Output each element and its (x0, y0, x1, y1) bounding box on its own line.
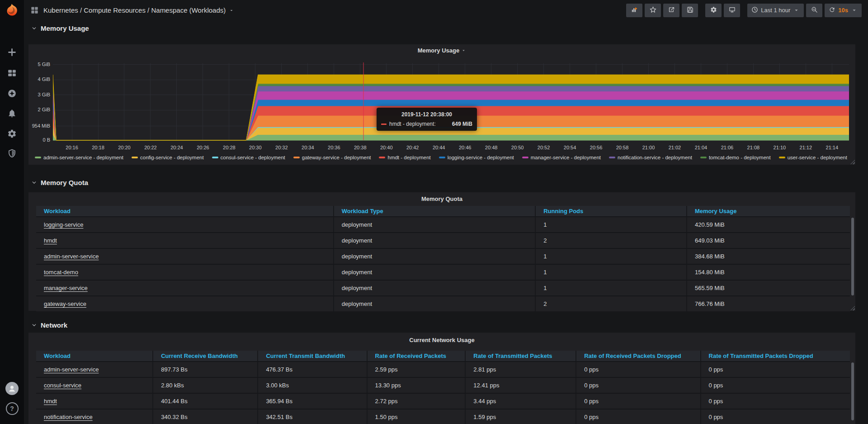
column-header[interactable]: Running Pods (536, 206, 687, 216)
x-axis-tick-label: 20:38 (350, 145, 371, 150)
sidebar-item-explore[interactable] (0, 86, 24, 102)
table-cell: 0 pps (701, 410, 850, 424)
sidebar: ? (0, 0, 24, 424)
table-cell: 2 (536, 296, 687, 311)
legend-item[interactable]: user-service - deployment (779, 155, 847, 160)
section-header-network[interactable]: Network (31, 321, 67, 329)
table-cell: 1 (536, 217, 687, 232)
legend-series-marker-icon (35, 157, 41, 158)
table-cell: 420.59 MiB (687, 217, 850, 232)
star-button[interactable] (645, 4, 661, 17)
sidebar-item-create[interactable] (0, 45, 24, 61)
legend-series-label: manager-service - deployment (531, 155, 601, 160)
x-axis-tick-label: 20:36 (324, 145, 344, 150)
column-header[interactable]: Workload Type (334, 206, 536, 216)
table-header-row: WorkloadWorkload TypeRunning PodsMemory … (36, 206, 850, 216)
table-cell: notification-service (36, 410, 153, 424)
workload-link[interactable]: notification-service (44, 414, 93, 420)
section-title: Memory Usage (41, 24, 89, 32)
table-scrollbar[interactable] (851, 362, 854, 420)
x-axis-tick-label: 20:30 (245, 145, 266, 150)
user-avatar-icon (5, 382, 19, 395)
workload-link[interactable]: hmdt (44, 237, 57, 244)
sidebar-item-profile[interactable] (0, 380, 24, 396)
time-range-picker[interactable]: Last 1 hour (747, 4, 804, 17)
legend-item[interactable]: hmdt - deployment (379, 155, 430, 160)
legend-item[interactable]: admin-server-service - deployment (35, 155, 123, 160)
x-axis-tick-label: 20:18 (88, 145, 108, 150)
column-header[interactable]: Rate of Transmitted Packets Dropped (701, 351, 850, 361)
table-cell: hmdt (36, 233, 334, 248)
navbar: Kubernetes / Compute Resources / Namespa… (24, 0, 868, 20)
table-cell: 897.73 Bs (153, 362, 258, 377)
y-axis-tick-label: 5 GiB (28, 62, 50, 67)
table-cell: 384.68 MiB (687, 249, 850, 264)
panel-title-memory-usage[interactable]: Memory Usage (28, 47, 855, 54)
legend-item[interactable]: manager-service - deployment (522, 155, 601, 160)
share-button[interactable] (663, 4, 679, 17)
workload-link[interactable]: manager-service (44, 285, 88, 291)
legend-item[interactable]: logging-service - deployment (439, 155, 514, 160)
table-cell: tomcat-demo (36, 265, 334, 280)
workload-link[interactable]: admin-server-service (44, 253, 99, 260)
sidebar-item-configuration[interactable] (0, 126, 24, 143)
table-row: hmdt401.44 Bs365.94 Bs2.72 pps3.44 pps0 … (36, 393, 850, 409)
settings-button[interactable] (705, 4, 722, 17)
network-usage-table: WorkloadCurrent Receive BandwidthCurrent… (36, 351, 850, 424)
add-panel-icon (631, 6, 638, 14)
workload-link[interactable]: admin-server-service (44, 366, 99, 373)
zoom-out-button[interactable] (806, 4, 822, 17)
legend-series-marker-icon (379, 157, 385, 158)
table-row: admin-server-service897.73 Bs476.37 Bs2.… (36, 361, 850, 377)
workload-link[interactable]: gateway-service (44, 300, 86, 307)
cycle-view-button[interactable] (724, 4, 740, 17)
x-axis-tick-label: 20:22 (140, 145, 161, 150)
column-header[interactable]: Workload (36, 351, 153, 361)
add-panel-button[interactable] (626, 4, 642, 17)
legend-series-marker-icon (132, 157, 138, 158)
sidebar-item-server-admin[interactable] (0, 146, 24, 162)
sidebar-item-dashboards[interactable] (0, 66, 24, 82)
table-row: logging-servicedeployment1420.59 MiB (36, 216, 850, 232)
table-cell: 3.00 kBs (258, 378, 367, 393)
workload-link[interactable]: consul-service (44, 382, 81, 389)
table-row: tomcat-demodeployment1154.80 MiB (36, 264, 850, 280)
table-cell: 565.59 MiB (687, 281, 850, 295)
column-header[interactable]: Current Transmit Bandwidth (258, 351, 367, 361)
table-cell: 401.44 Bs (153, 394, 258, 409)
workload-link[interactable]: logging-service (44, 221, 83, 228)
panel-resize-handle[interactable] (850, 160, 855, 164)
legend-item[interactable]: notification-service - deployment (609, 155, 692, 160)
section-header-memory-usage[interactable]: Memory Usage (31, 24, 89, 32)
workload-link[interactable]: tomcat-demo (44, 269, 78, 276)
column-header[interactable]: Workload (36, 206, 334, 216)
sidebar-item-alerting[interactable] (0, 106, 24, 122)
panel-title-memory-quota[interactable]: Memory Quota (28, 195, 855, 202)
workload-link[interactable]: hmdt (44, 398, 57, 405)
column-header[interactable]: Rate of Received Packets (368, 351, 466, 361)
panel-resize-handle[interactable] (850, 306, 855, 310)
table-cell: 365.94 Bs (258, 394, 367, 409)
table-header-row: WorkloadCurrent Receive BandwidthCurrent… (36, 351, 850, 361)
legend-item[interactable]: consul-service - deployment (212, 155, 285, 160)
table-scrollbar[interactable] (851, 218, 854, 295)
column-header[interactable]: Rate of Received Packets Dropped (576, 351, 701, 361)
section-title: Network (41, 321, 67, 329)
x-axis-tick-label: 21:02 (664, 145, 685, 150)
sidebar-item-help[interactable]: ? (0, 400, 24, 417)
legend-item[interactable]: gateway-service - deployment (293, 155, 371, 160)
dashboard-title-button[interactable]: Kubernetes / Compute Resources / Namespa… (43, 6, 234, 14)
column-header[interactable]: Current Receive Bandwidth (153, 351, 258, 361)
section-header-memory-quota[interactable]: Memory Quota (31, 179, 88, 186)
refresh-picker[interactable]: 10s (825, 4, 862, 17)
legend-item[interactable]: config-service - deployment (132, 155, 204, 160)
column-header[interactable]: Rate of Transmitted Packets (466, 351, 576, 361)
save-button[interactable] (682, 4, 698, 17)
monitor-icon (729, 6, 736, 14)
panel-title-network-usage[interactable]: Current Network Usage (28, 337, 855, 343)
column-header[interactable]: Memory Usage (687, 206, 850, 216)
table-cell: 0 pps (701, 378, 850, 393)
legend-item[interactable]: tomcat-demo - deployment (700, 155, 771, 160)
x-axis-tick-label: 20:48 (481, 145, 502, 150)
grafana-logo[interactable] (4, 3, 19, 18)
